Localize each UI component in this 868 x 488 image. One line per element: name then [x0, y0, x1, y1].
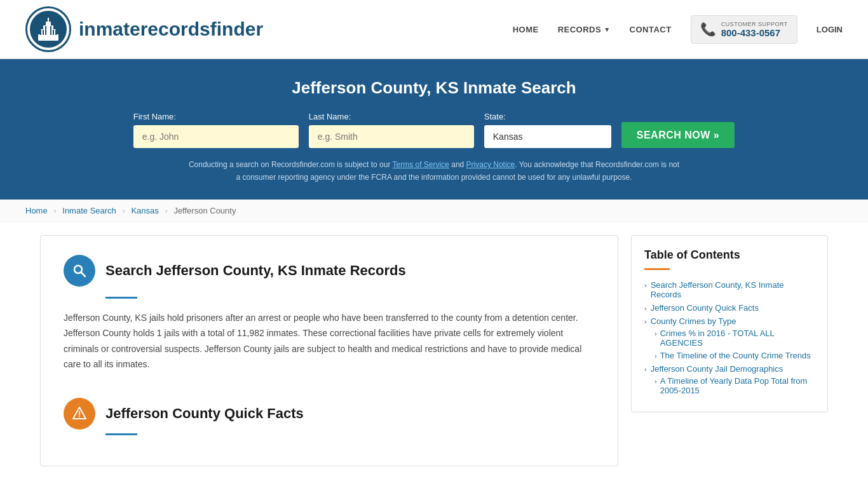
hero-title: Jefferson County, KS Inmate Search: [25, 78, 843, 98]
nav-records[interactable]: RECORDS ▼: [558, 25, 611, 34]
toc-item-county-crimes: › County Crimes by Type › Crimes % in 20…: [644, 316, 815, 360]
toc-link-quick-facts[interactable]: › Jefferson County Quick Facts: [644, 303, 815, 313]
svg-rect-9: [50, 26, 51, 35]
first-name-group: First Name:: [133, 112, 299, 148]
svg-rect-7: [43, 30, 44, 35]
toc-link-county-crime-trends[interactable]: › The Timeline of the County Crime Trend…: [654, 351, 815, 360]
chevron-right-icon: ›: [654, 352, 657, 360]
chevron-right-icon: ›: [654, 330, 657, 337]
state-label: State:: [484, 112, 506, 121]
privacy-link[interactable]: Privacy Notice: [466, 160, 515, 169]
svg-rect-4: [46, 22, 51, 26]
toc-title: Table of Contents: [644, 248, 815, 262]
section-quick-facts: Jefferson County Quick Facts: [64, 398, 595, 435]
logo-icon: [25, 6, 71, 52]
section1-body: Jefferson County, KS jails hold prisoner…: [64, 310, 595, 372]
logo-area: inmaterecordsfinder: [25, 6, 263, 52]
svg-rect-11: [55, 30, 57, 35]
toc-link-jail-demographics[interactable]: › Jefferson County Jail Demographics: [644, 364, 815, 374]
section1-header: Search Jefferson County, KS Inmate Recor…: [64, 255, 595, 287]
search-form: First Name: Last Name: State: SEARCH NOW…: [25, 112, 843, 148]
content-column: Search Jefferson County, KS Inmate Recor…: [40, 235, 618, 466]
toc-list: › Search Jefferson County, KS Inmate Rec…: [644, 280, 815, 395]
phone-icon: 📞: [700, 22, 716, 37]
breadcrumb-home[interactable]: Home: [25, 206, 48, 215]
svg-rect-10: [53, 30, 54, 35]
first-name-label: First Name:: [133, 112, 176, 121]
header: inmaterecordsfinder HOME RECORDS ▼ CONTA…: [0, 0, 868, 59]
section2-header: Jefferson County Quick Facts: [64, 398, 595, 430]
section1-divider: [105, 297, 137, 299]
section-inmate-records: Search Jefferson County, KS Inmate Recor…: [64, 255, 595, 372]
breadcrumb-sep-3: ›: [165, 206, 167, 215]
toc-sub-item-county-crime-trends: › The Timeline of the County Crime Trend…: [654, 351, 815, 360]
main-nav: HOME RECORDS ▼ CONTACT 📞 CUSTOMER SUPPOR…: [513, 15, 843, 44]
section1-title: Search Jefferson County, KS Inmate Recor…: [105, 262, 406, 279]
toc-item-quick-facts: › Jefferson County Quick Facts: [644, 303, 815, 313]
last-name-input[interactable]: [309, 125, 474, 148]
support-label: CUSTOMER SUPPORT: [721, 21, 788, 27]
toc-item-jail-demographics: › Jefferson County Jail Demographics › A…: [644, 364, 815, 395]
toc-sub-crimes: › Crimes % in 2016 - TOTAL ALL AGENCIES …: [644, 329, 815, 360]
chevron-right-icon: ›: [644, 281, 647, 289]
nav-home[interactable]: HOME: [513, 25, 539, 34]
toc-divider: [644, 268, 670, 270]
nav-login[interactable]: LOGIN: [817, 25, 843, 34]
state-group: State:: [484, 112, 611, 148]
svg-line-13: [81, 273, 85, 276]
breadcrumb-kansas[interactable]: Kansas: [131, 206, 158, 215]
toc-item-search: › Search Jefferson County, KS Inmate Rec…: [644, 280, 815, 299]
toc-sub-item-crimes-2016: › Crimes % in 2016 - TOTAL ALL AGENCIES: [654, 329, 815, 348]
section2-title: Jefferson County Quick Facts: [105, 405, 304, 422]
toc-sub-demographics: › A Timeline of Yearly Data Pop Total fr…: [644, 376, 815, 395]
toc-link-search[interactable]: › Search Jefferson County, KS Inmate Rec…: [644, 280, 815, 299]
svg-point-15: [79, 416, 80, 417]
svg-rect-5: [48, 18, 49, 22]
first-name-input[interactable]: [133, 125, 299, 148]
support-phone: 800-433-0567: [721, 27, 788, 38]
chevron-right-icon: ›: [644, 318, 647, 325]
logo-text: inmaterecordsfinder: [79, 18, 263, 40]
last-name-label: Last Name:: [309, 112, 351, 121]
main-content: Search Jefferson County, KS Inmate Recor…: [27, 235, 841, 466]
quick-facts-icon: [64, 398, 95, 430]
toc-link-county-crimes[interactable]: › County Crimes by Type: [644, 316, 815, 326]
svg-rect-6: [40, 30, 41, 35]
state-input[interactable]: [484, 125, 611, 148]
svg-rect-3: [43, 25, 53, 30]
tos-link[interactable]: Terms of Service: [393, 160, 449, 169]
search-section-icon: [64, 255, 95, 287]
breadcrumb-sep-2: ›: [122, 206, 125, 215]
svg-rect-8: [45, 26, 46, 35]
toc-link-crimes-2016[interactable]: › Crimes % in 2016 - TOTAL ALL AGENCIES: [654, 329, 815, 348]
chevron-right-icon: ›: [644, 304, 647, 312]
chevron-down-icon: ▼: [604, 26, 610, 33]
section2-divider: [105, 433, 137, 435]
breadcrumb: Home › Inmate Search › Kansas › Jefferso…: [0, 200, 868, 222]
breadcrumb-sep-1: ›: [53, 206, 56, 215]
toc-link-yearly-data[interactable]: › A Timeline of Yearly Data Pop Total fr…: [654, 376, 815, 395]
chevron-right-icon: ›: [654, 377, 657, 385]
hero-section: Jefferson County, KS Inmate Search First…: [0, 59, 868, 200]
breadcrumb-inmate-search[interactable]: Inmate Search: [62, 206, 116, 215]
breadcrumb-jefferson-county: Jefferson County: [173, 206, 236, 215]
last-name-group: Last Name:: [309, 112, 474, 148]
customer-support: 📞 CUSTOMER SUPPORT 800-433-0567: [691, 15, 797, 44]
search-button[interactable]: SEARCH NOW »: [621, 122, 735, 148]
hero-disclaimer: Conducting a search on Recordsfinder.com…: [186, 158, 682, 184]
nav-contact[interactable]: CONTACT: [630, 25, 672, 34]
toc-sub-item-yearly-data: › A Timeline of Yearly Data Pop Total fr…: [654, 376, 815, 395]
toc-box: Table of Contents › Search Jefferson Cou…: [631, 235, 828, 412]
sidebar: Table of Contents › Search Jefferson Cou…: [631, 235, 828, 466]
chevron-right-icon: ›: [644, 365, 647, 373]
svg-rect-1: [38, 34, 58, 41]
